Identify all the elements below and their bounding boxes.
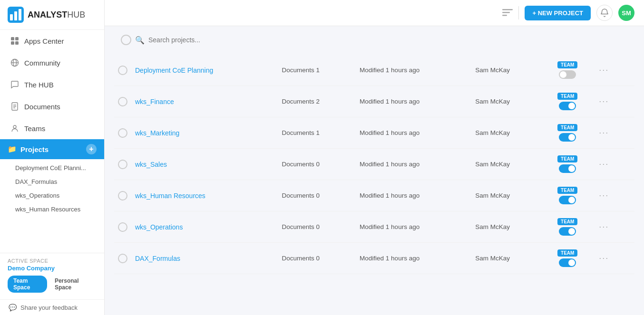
sidebar-item-label: The HUB	[24, 81, 54, 89]
project-name-link[interactable]: wks_Finance	[135, 98, 174, 105]
svg-rect-2	[14, 11, 17, 20]
more-options-button[interactable]: ···	[595, 126, 613, 140]
team-badge: TEAM	[557, 249, 577, 257]
feedback-icon: 💬	[9, 304, 17, 311]
row-checkbox-cell	[114, 211, 131, 243]
sidebar-item-apps-center[interactable]: Apps Center	[0, 30, 104, 52]
row-checkbox[interactable]	[118, 66, 127, 75]
project-name-cell: wks_Sales	[131, 149, 278, 180]
row-checkbox[interactable]	[118, 128, 127, 138]
team-badge-cell: TEAM	[544, 149, 591, 180]
new-project-button[interactable]: + NEW PROJECT	[525, 6, 591, 20]
feedback-label: Share your feedback	[20, 304, 78, 311]
more-options-button[interactable]: ···	[595, 220, 613, 234]
sidebar-item-label: Apps Center	[24, 37, 64, 45]
row-checkbox-cell	[114, 149, 131, 180]
more-options-cell: ···	[591, 211, 634, 243]
more-options-cell: ···	[591, 55, 634, 86]
row-checkbox[interactable]	[118, 254, 127, 263]
project-name-cell: Deployment CoE Planning	[131, 55, 278, 86]
svg-rect-18	[502, 15, 507, 16]
row-checkbox-cell	[114, 86, 131, 117]
project-toggle[interactable]	[559, 227, 576, 236]
more-options-button[interactable]: ···	[595, 63, 613, 77]
projects-list-area: 🔍 Deployment CoE Planning Documents 1 Mo…	[105, 26, 644, 315]
team-badge: TEAM	[557, 218, 577, 225]
toggle-knob	[568, 197, 575, 203]
projects-section[interactable]: 📁 Projects +	[0, 139, 104, 159]
sidebar-item-teams[interactable]: Teams	[0, 117, 104, 139]
active-space-section: Active Space Demo Company Team SpacePers…	[0, 253, 104, 299]
project-sub-item[interactable]: wks_Human Resources	[0, 202, 104, 216]
project-name-link[interactable]: wks_Human Resources	[135, 192, 205, 200]
project-docs: Documents 0	[278, 243, 356, 274]
topbar: + NEW PROJECT SM	[105, 0, 644, 26]
personal-space-tab[interactable]: Personal Space	[49, 276, 97, 293]
project-name-cell: wks_Finance	[131, 86, 278, 117]
more-options-button[interactable]: ···	[595, 95, 613, 108]
project-toggle[interactable]	[559, 196, 576, 204]
row-checkbox[interactable]	[118, 160, 127, 169]
team-badge: TEAM	[557, 155, 577, 162]
row-checkbox[interactable]	[118, 97, 127, 106]
project-toggle[interactable]	[559, 164, 576, 173]
more-options-button[interactable]: ···	[595, 157, 613, 171]
team-badge: TEAM	[557, 124, 577, 131]
project-toggle[interactable]	[559, 102, 576, 110]
project-name-link[interactable]: wks_Sales	[135, 161, 167, 168]
project-docs: Documents 1	[278, 117, 356, 149]
feedback-item[interactable]: 💬 Share your feedback	[0, 299, 104, 315]
space-tabs: Team SpacePersonal Space	[8, 276, 97, 293]
table-row: wks_Sales Documents 0 Modified 1 hours a…	[114, 149, 634, 180]
svg-rect-1	[10, 14, 13, 20]
project-name-link[interactable]: Deployment CoE Planning	[135, 67, 213, 74]
notifications-button[interactable]	[596, 5, 613, 21]
row-checkbox[interactable]	[118, 191, 127, 200]
project-docs: Documents 0	[278, 211, 356, 243]
project-sub-item[interactable]: Deployment CoE Planni...	[0, 161, 104, 175]
more-options-button[interactable]: ···	[595, 189, 613, 202]
user-avatar[interactable]: SM	[618, 5, 634, 21]
table-row: DAX_Formulas Documents 0 Modified 1 hour…	[114, 243, 634, 274]
project-name-link[interactable]: wks_Operations	[135, 223, 183, 231]
more-options-cell: ···	[591, 86, 634, 117]
team-space-tab[interactable]: Team Space	[8, 276, 47, 293]
folder-icon: 📁	[8, 145, 17, 153]
project-sub-item[interactable]: wks_Operations	[0, 189, 104, 202]
project-toggle[interactable]	[559, 70, 576, 79]
sidebar-item-community[interactable]: Community	[0, 52, 104, 74]
filter-button[interactable]	[502, 9, 513, 17]
logo-text: ANALYSTHUB	[28, 10, 85, 20]
select-all-checkbox[interactable]	[121, 35, 131, 45]
row-checkbox-cell	[114, 55, 131, 86]
project-modified: Modified 1 hours ago	[356, 211, 471, 243]
project-name-link[interactable]: DAX_Formulas	[135, 255, 180, 262]
add-project-button[interactable]: +	[86, 144, 97, 154]
project-docs: Documents 0	[278, 149, 356, 180]
table-row: wks_Marketing Documents 1 Modified 1 hou…	[114, 117, 634, 149]
topbar-divider	[518, 6, 519, 19]
project-sub-item[interactable]: DAX_Formulas	[0, 175, 104, 189]
main-content: + NEW PROJECT SM 🔍 Deployment CoE Planni…	[105, 0, 644, 315]
toggle-knob	[568, 165, 575, 172]
project-modified: Modified 1 hours ago	[356, 243, 471, 274]
sidebar-item-documents[interactable]: Documents	[0, 95, 104, 117]
project-toggle[interactable]	[559, 258, 576, 267]
team-badge-cell: TEAM	[544, 86, 591, 117]
doc-icon	[10, 102, 20, 111]
more-options-button[interactable]: ···	[595, 251, 613, 265]
team-badge-cell: TEAM	[544, 243, 591, 274]
project-modified: Modified 1 hours ago	[356, 117, 471, 149]
project-name-cell: wks_Operations	[131, 211, 278, 243]
sidebar: ANALYSTHUB Apps Center Community The HUB…	[0, 0, 105, 315]
project-toggle[interactable]	[559, 133, 576, 142]
row-checkbox[interactable]	[118, 222, 127, 232]
project-name-link[interactable]: wks_Marketing	[135, 129, 179, 137]
sidebar-item-the-hub[interactable]: The HUB	[0, 74, 104, 95]
team-badge-cell: TEAM	[544, 180, 591, 211]
search-input[interactable]	[148, 36, 628, 44]
project-name-cell: DAX_Formulas	[131, 243, 278, 274]
project-owner: Sam McKay	[471, 211, 544, 243]
toggle-knob	[568, 103, 575, 109]
svg-rect-3	[19, 9, 21, 20]
